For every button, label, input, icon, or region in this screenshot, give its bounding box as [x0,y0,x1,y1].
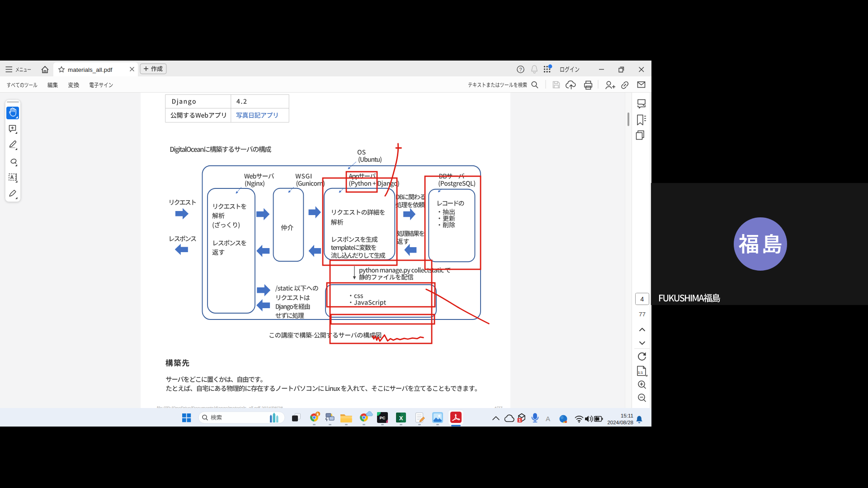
svg-text:1: 1 [519,418,521,422]
svg-text:2024/08/28: 2024/08/28 [607,420,633,425]
svg-text:A: A [10,174,14,180]
svg-text:?: ? [519,67,522,72]
svg-text:materials_all.pdf: materials_all.pdf [68,66,113,73]
svg-text:15:11: 15:11 [621,413,633,418]
svg-text:PC: PC [380,416,386,420]
svg-text:X: X [399,415,403,422]
svg-text:A: A [546,415,550,422]
svg-text:k: k [317,412,319,417]
